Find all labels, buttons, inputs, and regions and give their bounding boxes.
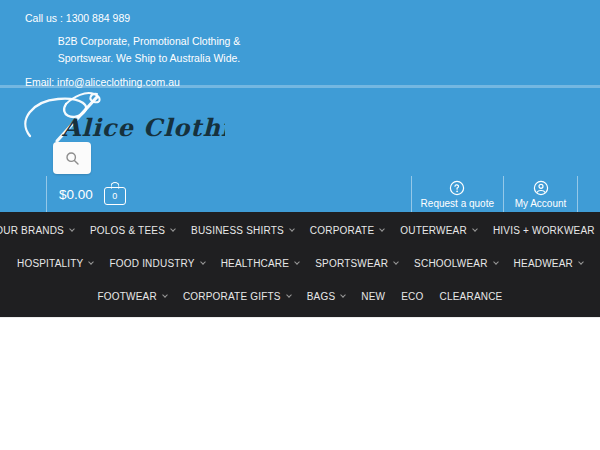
chevron-down-icon	[340, 292, 346, 298]
nav-item-hospitality[interactable]: HOSPITALITY	[9, 258, 101, 269]
nav-item-food-industry[interactable]: FOOD INDUSTRY	[101, 258, 212, 269]
nav-label: OUTERWEAR	[400, 225, 467, 236]
nav-label: CORPORATE GIFTS	[183, 291, 281, 302]
nav-label: HIVIS + WORKWEAR	[493, 225, 595, 236]
email-link[interactable]: Email: info@aliceclothing.com.au	[25, 76, 600, 88]
nav-item-new[interactable]: NEW	[353, 291, 393, 302]
chevron-down-icon	[493, 259, 499, 265]
my-account-link[interactable]: My Account	[503, 176, 577, 212]
request-quote-label: Request a quote	[421, 198, 494, 209]
nav-item-business-shirts[interactable]: BUSINESS SHIRTS	[183, 225, 302, 236]
cart-count: 0	[112, 192, 117, 201]
brand-name: Alice Clothing	[61, 113, 225, 142]
user-circle-icon	[533, 180, 549, 196]
cart-summary[interactable]: $0.00 0	[46, 176, 126, 212]
chevron-down-icon	[170, 226, 176, 232]
nav-item-outerwear[interactable]: OUTERWEAR	[392, 225, 485, 236]
nav-item-hivis-workwear[interactable]: HIVIS + WORKWEAR	[485, 225, 600, 236]
nav-label: FOOTWEAR	[98, 291, 157, 302]
page: Call us : 1300 884 989 B2B Corporate, Pr…	[0, 0, 600, 450]
nav-label: BAGS	[307, 291, 336, 302]
nav-item-corporate-gifts[interactable]: CORPORATE GIFTS	[175, 291, 299, 302]
nav-label: HEADWEAR	[514, 258, 573, 269]
nav-item-healthcare[interactable]: HEALTHCARE	[213, 258, 308, 269]
nav-label: CLEARANCE	[440, 291, 503, 302]
phone-number: Call us : 1300 884 989	[25, 12, 600, 24]
tagline: B2B Corporate, Promotional Clothing & Sp…	[30, 33, 268, 68]
nav-row-2: HOSPITALITY FOOD INDUSTRY HEALTHCARE SPO…	[0, 247, 600, 280]
nav-item-footwear[interactable]: FOOTWEAR	[90, 291, 175, 302]
chevron-down-icon	[200, 259, 206, 265]
nav-label: CORPORATE	[310, 225, 374, 236]
request-quote-link[interactable]: Request a quote	[411, 176, 503, 212]
chevron-down-icon	[472, 226, 478, 232]
search-icon	[65, 151, 80, 166]
page-content	[0, 317, 600, 450]
nav-label: POLOS & TEES	[90, 225, 165, 236]
nav-row-1: OUR BRANDS POLOS & TEES BUSINESS SHIRTS …	[0, 214, 600, 247]
nav-item-our-brands[interactable]: OUR BRANDS	[0, 225, 82, 236]
question-circle-icon	[449, 180, 465, 196]
nav-label: HEALTHCARE	[221, 258, 290, 269]
topbar: Call us : 1300 884 989 B2B Corporate, Pr…	[0, 0, 600, 88]
nav-label: FOOD INDUSTRY	[109, 258, 194, 269]
nav-row-3: FOOTWEAR CORPORATE GIFTS BAGS NEW ECO CL…	[0, 280, 600, 313]
nav-item-clearance[interactable]: CLEARANCE	[432, 291, 511, 302]
site-header: Call us : 1300 884 989 B2B Corporate, Pr…	[0, 0, 600, 212]
nav-item-schoolwear[interactable]: SCHOOLWEAR	[406, 258, 506, 269]
nav-label: NEW	[361, 291, 385, 302]
chevron-down-icon	[379, 226, 385, 232]
chevron-down-icon	[393, 259, 399, 265]
nav-label: ECO	[401, 291, 423, 302]
nav-item-polos-tees[interactable]: POLOS & TEES	[82, 225, 183, 236]
nav-item-sportswear[interactable]: SPORTSWEAR	[307, 258, 406, 269]
chevron-down-icon	[89, 259, 95, 265]
nav-item-eco[interactable]: ECO	[393, 291, 431, 302]
my-account-label: My Account	[515, 198, 567, 209]
bag-handle	[110, 182, 119, 189]
chevron-down-icon	[289, 226, 295, 232]
chevron-down-icon	[162, 292, 168, 298]
logo[interactable]: Alice Clothing	[20, 90, 225, 148]
nav-item-corporate[interactable]: CORPORATE	[302, 225, 392, 236]
nav-label: HOSPITALITY	[17, 258, 83, 269]
nav-label: SPORTSWEAR	[315, 258, 388, 269]
header-main: Alice Clothing $0.00 0	[0, 88, 600, 212]
chevron-down-icon	[69, 226, 75, 232]
cart-bag-icon: 0	[104, 187, 126, 205]
nav-label: SCHOOLWEAR	[414, 258, 488, 269]
needle-thread-icon: Alice Clothing	[20, 90, 225, 148]
chevron-down-icon	[578, 259, 584, 265]
chevron-down-icon	[286, 292, 292, 298]
search-button[interactable]	[53, 142, 91, 174]
nav-item-headwear[interactable]: HEADWEAR	[506, 258, 591, 269]
chevron-down-icon	[294, 259, 300, 265]
nav-label: BUSINESS SHIRTS	[191, 225, 284, 236]
header-utilities: Request a quote My Account	[411, 176, 578, 212]
nav-item-bags[interactable]: BAGS	[299, 291, 354, 302]
main-nav: OUR BRANDS POLOS & TEES BUSINESS SHIRTS …	[0, 212, 600, 317]
cart-total: $0.00	[59, 187, 93, 202]
nav-label: OUR BRANDS	[0, 225, 64, 236]
